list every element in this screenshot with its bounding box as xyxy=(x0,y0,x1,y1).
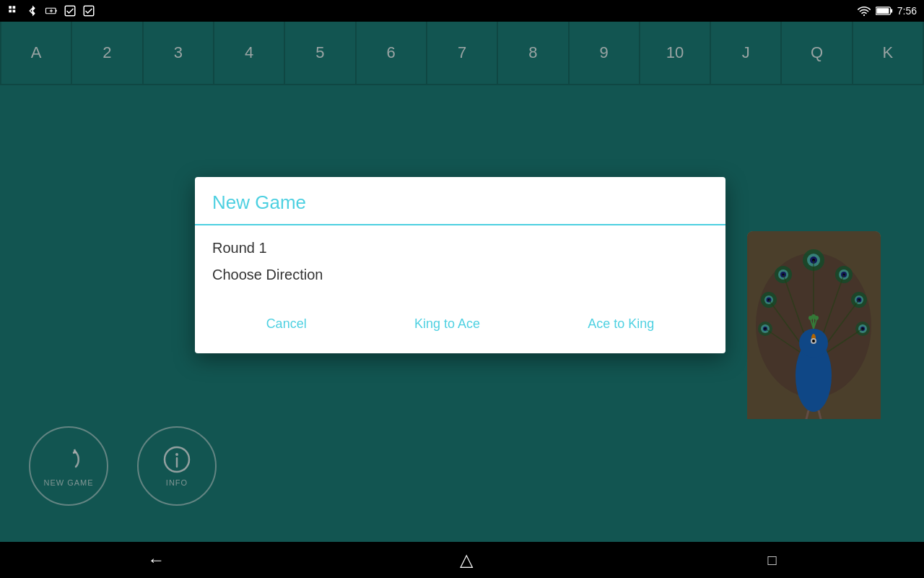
recents-nav-button[interactable]: □ xyxy=(768,552,777,569)
dialog-title-bar: New Game xyxy=(195,177,725,225)
dialog-title: New Game xyxy=(212,191,306,213)
svg-rect-2 xyxy=(9,10,12,13)
svg-rect-9 xyxy=(84,6,94,16)
nav-bar: ← △ □ xyxy=(0,542,924,578)
new-game-dialog: New Game Round 1 Choose Direction Cancel… xyxy=(195,177,725,353)
svg-rect-5 xyxy=(56,10,57,12)
status-bar: 7:56 xyxy=(0,0,924,22)
status-icons-right: 7:56 xyxy=(857,4,917,17)
king-to-ace-button[interactable]: King to Ace xyxy=(406,312,489,336)
home-nav-button[interactable]: △ xyxy=(460,550,473,570)
svg-rect-0 xyxy=(9,6,12,9)
dialog-body: Round 1 Choose Direction xyxy=(195,225,725,298)
ace-to-king-button[interactable]: Ace to King xyxy=(579,312,663,336)
status-icons-left xyxy=(7,4,95,17)
notification-icon xyxy=(7,4,20,17)
checkbox-icon-1 xyxy=(64,4,77,17)
svg-point-10 xyxy=(863,14,865,16)
cancel-button[interactable]: Cancel xyxy=(258,312,315,336)
status-battery-icon xyxy=(45,4,58,17)
svg-rect-13 xyxy=(876,8,889,14)
svg-rect-12 xyxy=(890,9,892,12)
svg-rect-1 xyxy=(13,6,16,9)
svg-rect-3 xyxy=(13,10,16,13)
wifi-icon xyxy=(857,4,871,17)
battery-status-icon xyxy=(876,6,893,16)
dialog-actions: Cancel King to Ace Ace to King xyxy=(195,298,725,353)
svg-rect-8 xyxy=(65,6,75,16)
status-time: 7:56 xyxy=(897,5,917,17)
back-nav-button[interactable]: ← xyxy=(147,550,165,570)
dialog-direction-label: Choose Direction xyxy=(212,267,708,283)
bluetooth-icon xyxy=(26,4,39,17)
checkbox-icon-2 xyxy=(82,4,95,17)
dialog-round: Round 1 xyxy=(212,240,708,256)
